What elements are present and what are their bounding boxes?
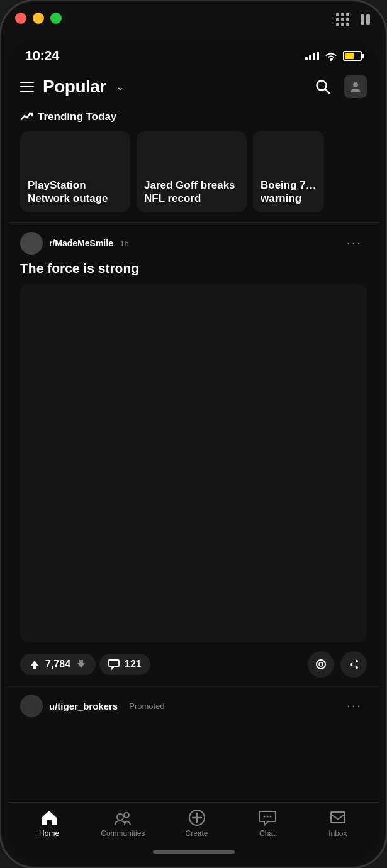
trending-card-3-text: Boeing 7…warning <box>261 179 317 206</box>
award-button[interactable] <box>308 651 334 678</box>
maximize-button[interactable] <box>50 13 62 24</box>
signal-icon <box>305 52 319 60</box>
subreddit-name[interactable]: r/MadeMeSmile <box>49 238 113 248</box>
communities-icon <box>114 809 132 827</box>
downvote-icon <box>76 659 87 670</box>
page-title: Popular <box>43 77 106 97</box>
promoted-avatar <box>20 695 43 717</box>
svg-point-11 <box>263 816 265 818</box>
grid-view-icon[interactable] <box>335 13 349 26</box>
nav-communities[interactable]: Communities <box>101 809 145 838</box>
minimize-button[interactable] <box>33 13 44 24</box>
app-header: Popular ⌄ <box>8 69 379 106</box>
nav-chat[interactable]: Chat <box>249 809 286 838</box>
window-chrome <box>15 13 62 24</box>
svg-point-13 <box>269 816 271 818</box>
svg-point-3 <box>353 82 358 87</box>
post-meta: r/MadeMeSmile 1h <box>20 232 129 255</box>
user-avatar-button[interactable] <box>344 75 367 98</box>
svg-point-5 <box>319 662 323 666</box>
promoted-left: u/tiger_brokers Promoted <box>20 695 165 717</box>
header-left: Popular ⌄ <box>20 77 124 97</box>
trending-card-1-text: PlayStationNetwork outage <box>28 179 108 206</box>
vote-actions: 7,784 121 <box>20 654 150 675</box>
svg-point-4 <box>317 660 325 669</box>
svg-point-0 <box>330 58 332 61</box>
share-icon <box>347 658 360 671</box>
trending-header: Trending Today <box>8 106 379 131</box>
nav-create[interactable]: Create <box>178 809 216 838</box>
promoted-badge: Promoted <box>129 701 164 711</box>
trending-card-2-text: Jared Goff breaksNFL record <box>144 179 235 206</box>
create-icon <box>188 809 206 827</box>
trending-label: Trending Today <box>38 111 116 123</box>
action-group-right <box>308 651 367 678</box>
svg-line-2 <box>325 89 330 94</box>
comment-icon <box>108 659 120 670</box>
post-actions: 7,784 121 <box>20 642 367 686</box>
hamburger-menu-button[interactable] <box>20 82 34 92</box>
comment-button[interactable]: 121 <box>99 654 150 675</box>
nav-home[interactable]: Home <box>30 809 68 838</box>
promoted-more-button[interactable]: ··· <box>342 695 367 717</box>
post-meta-text: r/MadeMeSmile 1h <box>49 238 129 249</box>
bottom-nav: Home Communities <box>8 802 379 843</box>
comment-count: 121 <box>125 659 142 670</box>
svg-point-6 <box>117 814 123 820</box>
post-more-button[interactable]: ··· <box>342 233 367 254</box>
post-time: 1h <box>120 239 128 248</box>
search-button[interactable] <box>311 75 334 98</box>
vote-count: 7,784 <box>45 659 70 670</box>
post-item: r/MadeMeSmile 1h ··· The force is strong <box>8 222 379 686</box>
post-title: The force is strong <box>20 260 367 277</box>
phone-screen: 10:24 <box>8 39 379 860</box>
status-time: 10:24 <box>25 48 59 64</box>
header-right <box>311 75 367 98</box>
phone-frame: 10:24 <box>0 0 387 868</box>
nav-communities-label: Communities <box>101 829 145 838</box>
window-icons <box>335 13 372 26</box>
nav-inbox[interactable]: Inbox <box>319 809 357 838</box>
status-bar: 10:24 <box>8 39 379 69</box>
svg-point-7 <box>124 813 129 818</box>
app-content[interactable]: Popular ⌄ <box>8 69 379 802</box>
home-indicator <box>8 843 379 860</box>
chat-icon <box>259 809 276 827</box>
nav-inbox-label: Inbox <box>328 829 347 838</box>
home-bar <box>153 850 235 854</box>
promoted-item: u/tiger_brokers Promoted ··· <box>8 686 379 725</box>
battery-icon <box>343 51 362 61</box>
nav-create-label: Create <box>185 829 208 838</box>
trending-icon <box>20 111 33 123</box>
promoted-username[interactable]: u/tiger_brokers <box>49 701 118 711</box>
status-icons <box>305 51 362 61</box>
home-icon <box>40 809 58 827</box>
inbox-icon <box>329 809 347 827</box>
post-header: r/MadeMeSmile 1h ··· <box>20 232 367 255</box>
columns-view-icon[interactable] <box>358 13 372 26</box>
trending-scroll[interactable]: PlayStationNetwork outage Jared Goff bre… <box>8 131 379 222</box>
svg-point-12 <box>266 816 268 818</box>
subreddit-avatar <box>20 232 43 255</box>
award-icon <box>315 658 327 671</box>
nav-chat-label: Chat <box>259 829 275 838</box>
vote-button[interactable]: 7,784 <box>20 654 96 675</box>
post-image[interactable] <box>20 284 367 642</box>
close-button[interactable] <box>15 13 26 24</box>
share-button[interactable] <box>340 651 367 678</box>
nav-home-label: Home <box>39 829 59 838</box>
trending-card-2[interactable]: Jared Goff breaksNFL record <box>137 131 247 212</box>
upvote-icon <box>29 659 40 670</box>
trending-card-1[interactable]: PlayStationNetwork outage <box>20 131 130 212</box>
dropdown-arrow-icon[interactable]: ⌄ <box>116 82 124 92</box>
wifi-icon <box>324 51 338 61</box>
trending-card-3[interactable]: Boeing 7…warning <box>253 131 324 212</box>
